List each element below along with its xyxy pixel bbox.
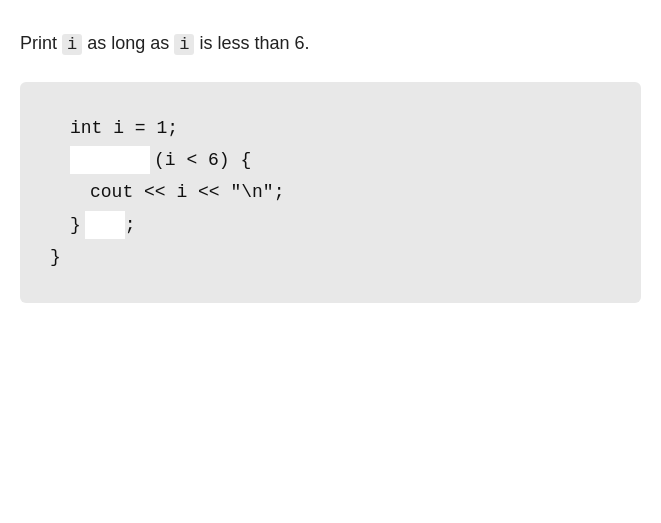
- code-close-brace: }: [70, 209, 81, 241]
- code-semicolon: ;: [125, 209, 136, 241]
- desc-middle: as long as: [82, 33, 174, 53]
- description-text: Print i as long as i is less than 6.: [20, 30, 641, 58]
- code-line-5: }: [50, 241, 611, 273]
- desc-i1: i: [62, 34, 82, 55]
- code-line-2: (i < 6) {: [70, 144, 611, 176]
- code-line-4: };: [70, 209, 611, 241]
- blank-box-increment[interactable]: [85, 211, 125, 239]
- code-final-brace: }: [50, 241, 61, 273]
- desc-print: Print: [20, 33, 62, 53]
- code-line-3: cout << i << "\n";: [90, 176, 611, 208]
- code-while-condition: (i < 6) {: [154, 144, 251, 176]
- code-cout: cout << i << "\n";: [90, 176, 284, 208]
- blank-box-while[interactable]: [70, 146, 150, 174]
- code-line-1: int i = 1;: [70, 112, 611, 144]
- code-block: int i = 1; (i < 6) { cout << i << "\n"; …: [20, 82, 641, 304]
- code-int-i: int i = 1;: [70, 112, 178, 144]
- desc-i2: i: [174, 34, 194, 55]
- desc-end: is less than 6.: [194, 33, 309, 53]
